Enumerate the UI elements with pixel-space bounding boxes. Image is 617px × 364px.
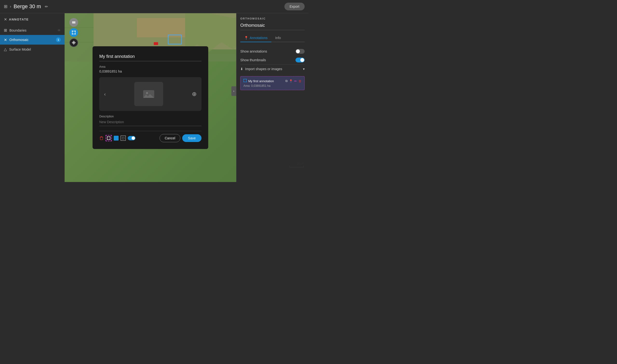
svg-rect-9: [72, 21, 76, 22]
svg-point-24: [244, 79, 244, 79]
locate-float-button[interactable]: [69, 38, 78, 47]
select-icon: [107, 136, 110, 140]
annotation-copy-icon[interactable]: ⧉: [285, 79, 287, 83]
panel-tabs: 📍 Annotations Info: [240, 34, 305, 42]
orthomosaic-label: Orthomosaic: [9, 38, 53, 42]
sidebar-item-surface-model[interactable]: △ Surface Model: [0, 45, 64, 54]
svg-rect-34: [107, 137, 110, 140]
select-float-button[interactable]: [69, 28, 78, 37]
scale-label: 20 m: [289, 162, 304, 165]
boundaries-icon: ⊞: [4, 28, 7, 33]
annotate-label: ANNOTATE: [9, 18, 29, 21]
annotation-list-item: My first annotation ⧉ 📍 ✏ 🗑 Area: 0,0389…: [240, 76, 305, 90]
svg-rect-12: [72, 31, 75, 34]
left-sidebar: ✕ ANNOTATE ⊞ Boundaries 👁 ✕ Orthomosaic …: [0, 13, 64, 182]
description-input[interactable]: [99, 119, 202, 126]
svg-rect-39: [122, 137, 124, 139]
show-annotations-row: Show annotations: [240, 47, 305, 56]
photo-placeholder-icon: [143, 89, 155, 99]
annotations-tab-icon: 📍: [244, 36, 248, 40]
layers-float-button[interactable]: [69, 18, 78, 27]
photo-area: ‹ ⊕: [99, 77, 202, 111]
show-annotations-toggle[interactable]: [296, 49, 305, 54]
annotation-modal[interactable]: Area 0,03891851 ha ‹ ⊕ Description: [92, 46, 208, 149]
annotation-edit-icon[interactable]: ✏: [294, 79, 297, 83]
annotation-type-icon: [244, 79, 247, 83]
right-panel: ORTHOMOSAIC Orthomosaic 📍 Annotations In…: [236, 13, 308, 182]
import-icon: ⬇: [240, 67, 243, 71]
topbar-left: ⊞ › Berge 30 m ✏: [4, 3, 284, 10]
svg-point-27: [246, 82, 247, 82]
save-button[interactable]: Save: [182, 134, 202, 142]
orthomosaic-icon: ✕: [4, 38, 7, 42]
annotate-header: ✕ ANNOTATE: [0, 17, 64, 26]
area-field-value: 0,03891851 ha: [99, 69, 202, 73]
annotation-name-input[interactable]: [99, 53, 202, 61]
svg-point-25: [246, 79, 247, 79]
svg-rect-31: [100, 137, 103, 140]
import-shapes-row[interactable]: ⬇ Import shapes or images ▾: [240, 64, 305, 73]
surface-model-label: Surface Model: [9, 48, 61, 51]
annotation-actions: ⧉ 📍 ✏ 🗑: [285, 79, 301, 83]
annotation-locate-icon[interactable]: 📍: [289, 79, 293, 83]
grid-icon[interactable]: ⊞: [4, 4, 7, 9]
blue-square-tool-button[interactable]: [114, 136, 119, 141]
edit-icon[interactable]: ✏: [45, 4, 48, 9]
show-annotations-label: Show annotations: [240, 49, 267, 53]
eye-hidden-icon[interactable]: 👁: [57, 28, 61, 32]
area-field-label: Area: [99, 65, 202, 68]
cancel-button[interactable]: Cancel: [160, 134, 180, 142]
svg-rect-23: [244, 79, 246, 82]
trash-icon: [99, 136, 104, 140]
modal-toolbar: Cancel Save: [99, 131, 202, 142]
panel-section-title: ORTHOMOSAIC: [240, 17, 305, 20]
annotation-area: Area: 0,03891851 ha: [244, 84, 301, 88]
photo-placeholder: [134, 82, 163, 106]
svg-point-38: [110, 139, 111, 140]
annotation-name: My first annotation: [248, 79, 284, 83]
orthomosaic-badge: 1: [56, 37, 61, 42]
breadcrumb-chevron-icon: ›: [10, 4, 11, 9]
svg-point-35: [107, 136, 108, 137]
bbox-icon: [122, 137, 124, 139]
boundaries-label: Boundaries: [9, 28, 55, 32]
annotation-item-header: My first annotation ⧉ 📍 ✏ 🗑: [244, 79, 301, 83]
svg-point-37: [107, 139, 108, 140]
scale-bar: 20 m: [289, 162, 304, 168]
sidebar-item-boundaries[interactable]: ⊞ Boundaries 👁: [0, 26, 64, 35]
svg-rect-11: [72, 23, 76, 23]
modal-toggle[interactable]: [128, 136, 135, 140]
panel-title: Orthomosaic: [240, 23, 305, 30]
annotation-delete-icon[interactable]: 🗑: [298, 79, 301, 83]
svg-point-36: [110, 136, 111, 137]
select-tool-button[interactable]: [105, 135, 112, 141]
svg-point-29: [146, 92, 148, 94]
blue-square-icon: [114, 136, 119, 141]
delete-annotation-button[interactable]: [99, 136, 104, 140]
svg-rect-5: [137, 18, 185, 37]
bbox-tool-button[interactable]: [120, 135, 126, 141]
close-icon[interactable]: ✕: [4, 17, 7, 22]
photo-add-icon[interactable]: ⊕: [192, 91, 197, 97]
sidebar-item-orthomosaic[interactable]: ✕ Orthomosaic 1: [0, 35, 64, 45]
photo-prev-icon[interactable]: ‹: [104, 91, 106, 97]
collapse-panel-button[interactable]: ›: [231, 86, 236, 96]
surface-model-icon: △: [4, 47, 7, 52]
show-thumbnails-toggle[interactable]: [296, 58, 305, 63]
svg-point-14: [75, 31, 76, 32]
svg-point-18: [73, 42, 74, 43]
tab-annotations[interactable]: 📍 Annotations: [240, 34, 271, 42]
svg-rect-10: [72, 22, 76, 23]
show-thumbnails-row: Show thumbnails: [240, 56, 305, 64]
import-label: Import shapes or images: [245, 67, 282, 71]
description-label: Description: [99, 115, 202, 118]
tab-info[interactable]: Info: [271, 34, 285, 42]
export-button[interactable]: Export: [284, 3, 305, 10]
float-toolbar: [69, 18, 78, 47]
import-chevron-icon: ▾: [303, 67, 305, 71]
svg-point-13: [72, 31, 73, 32]
svg-point-16: [75, 34, 76, 35]
topbar: ⊞ › Berge 30 m ✏ Export: [0, 0, 308, 13]
svg-rect-33: [101, 136, 102, 137]
svg-point-26: [244, 82, 244, 82]
